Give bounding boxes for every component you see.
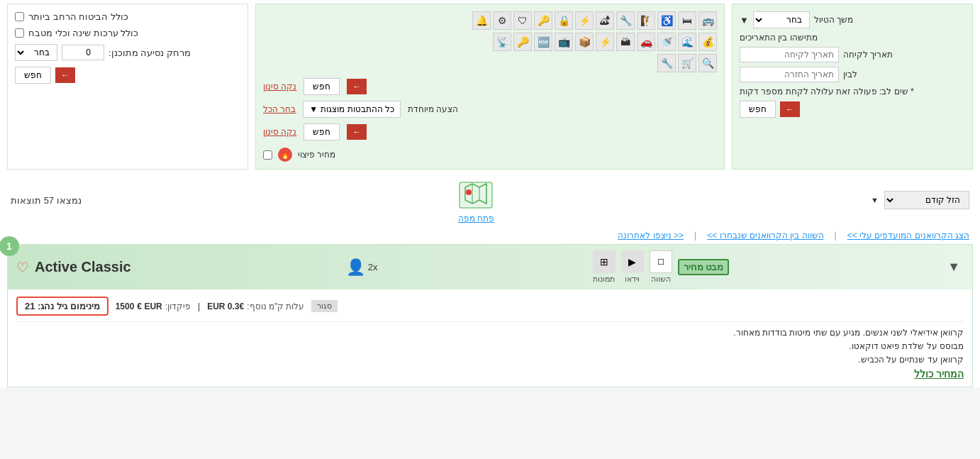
- divider: [16, 321, 964, 322]
- back-btn-left[interactable]: ←: [780, 101, 800, 117]
- desc-2: מבוסס על שלדת פיאט דוקאטו.: [16, 341, 964, 351]
- deposit-value: 1500: [116, 302, 135, 311]
- nav-link-compare[interactable]: השווה בין הקרוואנים שנבחרו >>: [707, 231, 823, 240]
- icon-money[interactable]: 💰: [698, 33, 717, 51]
- person-count-value: 2x: [368, 262, 378, 272]
- compare-btn[interactable]: ☐: [650, 250, 672, 273]
- photos-btn[interactable]: ⊞: [593, 250, 616, 273]
- photos-view-col: ⊞ תמונות: [593, 250, 616, 284]
- icon-antenna[interactable]: 📡: [493, 33, 511, 51]
- video-btn[interactable]: ▶: [621, 250, 644, 273]
- video-label: וידאו: [625, 275, 640, 284]
- icon-cart[interactable]: 🛒: [678, 54, 696, 72]
- deposit-label: פיקדון:: [165, 302, 191, 311]
- video-view-col: ▶ וידאו: [621, 250, 644, 284]
- icon-accessible[interactable]: ♿: [657, 11, 676, 30]
- photos-label: תמונות: [593, 275, 615, 284]
- icons-row-1: 🚌 🛏 ♿ 🧗 🔧 🏕 ⚡ 🔒 🔑 🛡 ⚙ 🔔: [263, 11, 717, 30]
- sort-select[interactable]: הזל קודם: [884, 191, 969, 209]
- bed-label: כולל ערכות שינה וכלי מטבח: [28, 28, 138, 38]
- search-btn-mid-1[interactable]: חפש: [304, 78, 340, 95]
- map-icon: [458, 177, 494, 212]
- back-btn-mid-2[interactable]: ←: [347, 124, 367, 140]
- icon-gear[interactable]: ⚙: [493, 11, 511, 30]
- icon-lightning[interactable]: ⚡: [575, 11, 594, 30]
- sort-container: הזל קודם ▼: [871, 191, 969, 209]
- price-fix-icon: 🔥: [278, 148, 292, 162]
- return-date-input[interactable]: [740, 67, 839, 82]
- price-view-btn[interactable]: מבט מחיר: [678, 259, 730, 275]
- bed-checkbox[interactable]: [15, 28, 24, 38]
- distance-input[interactable]: [62, 45, 104, 60]
- icon-camp[interactable]: 🏕: [596, 11, 614, 30]
- map-link[interactable]: פתח מפה: [458, 214, 494, 223]
- expand-btn[interactable]: ▼: [944, 260, 964, 275]
- icon-wrench[interactable]: 🔧: [616, 11, 635, 30]
- title-select[interactable]: בחר: [753, 11, 810, 28]
- all-link[interactable]: בחר הכל: [263, 104, 296, 114]
- icon-electric[interactable]: ⚡: [596, 33, 614, 51]
- result-container: 1 ▼ מבט מחיר ☐ השווה: [0, 244, 980, 387]
- heart-icon[interactable]: ♡: [16, 259, 29, 276]
- min-age-label: מינימום גיל נהג:: [38, 301, 100, 311]
- search-btn-left[interactable]: חפש: [740, 101, 776, 118]
- search-btn-right[interactable]: חפש: [15, 67, 51, 84]
- search-btn-mid-2[interactable]: חפש: [304, 123, 340, 140]
- icon-wc[interactable]: 🚿: [657, 33, 676, 51]
- neka-link-2[interactable]: נקה סינון: [263, 127, 296, 137]
- total-price-link[interactable]: המחיר כולל: [16, 368, 964, 380]
- icon-key2[interactable]: 🔑: [513, 33, 532, 51]
- distance-unit-select[interactable]: בחר: [15, 44, 57, 61]
- specific-offer-label: הצעה מיוחדת: [408, 104, 458, 114]
- extra-km-item: עלות ק"מ נוסף: EUR 0.3€: [207, 302, 304, 311]
- icon-lock[interactable]: 🔒: [555, 11, 573, 30]
- icon-mountain[interactable]: 🏔: [616, 33, 635, 51]
- nav-link-favorites[interactable]: הצג הקרוואנים המועדפים עלי >>: [847, 231, 969, 240]
- pickup-date-input[interactable]: [740, 47, 839, 62]
- icon-tool[interactable]: 🔧: [657, 54, 676, 72]
- results-navigation: הצג הקרוואנים המועדפים עלי >> | השווה בי…: [0, 227, 980, 244]
- left-filter-panel: משך הטיול בחר ▼ מתישהו בין התאריכים תארי…: [732, 4, 973, 170]
- result-title: Active Classic ♡: [16, 259, 131, 276]
- icon-key[interactable]: 🔑: [534, 11, 552, 30]
- icon-tv[interactable]: 📺: [555, 33, 573, 51]
- icon-car[interactable]: 🚗: [637, 33, 655, 51]
- icon-search[interactable]: 🔍: [698, 54, 717, 72]
- icon-climb[interactable]: 🧗: [637, 11, 655, 30]
- pickup-label: תאריך לקיחה: [843, 50, 893, 60]
- result-number: 1: [0, 236, 19, 256]
- icon-wave[interactable]: 🌊: [678, 33, 696, 51]
- price-fix-checkbox[interactable]: [263, 150, 272, 160]
- icon-box[interactable]: 📦: [575, 33, 594, 51]
- result-header: 1 ▼ מבט מחיר ☐ השווה: [8, 245, 972, 289]
- results-count: נמצאו 57 תוצאות: [11, 195, 82, 206]
- icon-bus[interactable]: 🚌: [698, 11, 717, 30]
- back-btn-mid-1[interactable]: ←: [347, 79, 367, 94]
- separator-2: |: [835, 231, 837, 240]
- icon-shield[interactable]: 🛡: [513, 11, 532, 30]
- back-btn-right[interactable]: ←: [55, 67, 75, 83]
- price-separator: |: [198, 302, 200, 311]
- icon-bed[interactable]: 🛏: [678, 11, 696, 30]
- separator-1: |: [694, 231, 696, 240]
- min-age-value: 21: [25, 301, 35, 311]
- title-label: משך הטיול: [814, 15, 853, 25]
- icon-new[interactable]: 🆕: [534, 33, 552, 51]
- price-view-col: מבט מחיר: [678, 259, 730, 275]
- dropdown-arrow: ▼: [740, 15, 749, 26]
- compare-view-col: ☐ השווה: [650, 250, 672, 284]
- desc-3: קרוואן עד שנתיים על הכביש.: [16, 355, 964, 365]
- neka-link-1[interactable]: נקה סינון: [263, 82, 296, 92]
- price-fix-label: מחיר פיצוי: [298, 150, 335, 160]
- nav-link-recent[interactable]: << ניצפו לאחרונה: [618, 231, 684, 240]
- deposit-item: פיקדון: EUR € 1500: [116, 302, 191, 311]
- desc-1: קרוואן אידיאלי לשני אנשים. מגיע עם שתי מ…: [16, 328, 964, 338]
- all-results-dropdown[interactable]: כל ההתבטות מוצגות ▼: [303, 101, 401, 118]
- insurance-checkbox[interactable]: [15, 12, 24, 21]
- result-name: Active Classic: [35, 259, 131, 275]
- view-icons-group: מבט מחיר ☐ השווה ▶ וידאו ⊞: [593, 250, 730, 284]
- person-count: 2x 👤: [346, 258, 378, 277]
- result-body: סגור עלות ק"מ נוסף: EUR 0.3€ | פיקדון: E…: [8, 289, 972, 387]
- icon-bell[interactable]: 🔔: [472, 11, 491, 30]
- distance-label: מרחק נסיעה מתוכנן:: [108, 48, 191, 58]
